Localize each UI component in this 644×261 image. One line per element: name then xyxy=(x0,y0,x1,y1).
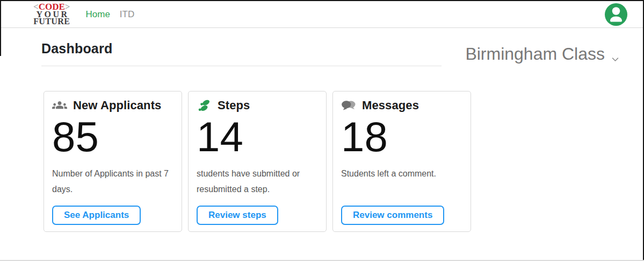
card-title: New Applicants xyxy=(73,98,161,112)
nav-link-itd[interactable]: ITD xyxy=(120,9,134,20)
nav-link-home[interactable]: Home xyxy=(86,9,110,20)
class-selector-dropdown[interactable]: Birmingham Class xyxy=(465,42,619,66)
card-value: 85 xyxy=(52,115,173,159)
page-title: Dashboard xyxy=(41,41,442,57)
card-steps: Steps 14 students have submitted or resu… xyxy=(188,91,327,232)
card-head: Steps xyxy=(197,98,318,112)
card-new-applicants: New Applicants 85 Number of Applicants i… xyxy=(44,91,182,232)
review-comments-button[interactable]: Review comments xyxy=(341,206,444,225)
user-avatar-icon[interactable] xyxy=(604,3,628,26)
review-steps-button[interactable]: Review steps xyxy=(197,206,278,225)
people-group-icon xyxy=(52,100,67,111)
logo-word-future: FUTURE xyxy=(33,18,70,25)
nav-links: Home ITD xyxy=(86,9,135,20)
card-description: Number of Applicants in past 7 days. xyxy=(52,166,173,197)
card-value: 18 xyxy=(341,115,462,159)
card-messages: Messages 18 Students left a comment. Rev… xyxy=(332,91,471,232)
card-head: New Applicants xyxy=(52,98,173,112)
chevron-down-icon xyxy=(612,46,619,66)
see-applicants-button[interactable]: See Applicants xyxy=(52,206,141,225)
stats-cards-row: New Applicants 85 Number of Applicants i… xyxy=(44,91,619,232)
card-title: Messages xyxy=(362,98,419,112)
class-selector-label: Birmingham Class xyxy=(465,44,605,64)
card-head: Messages xyxy=(341,98,462,112)
footsteps-icon xyxy=(197,99,212,112)
window-edge-top xyxy=(0,0,644,1)
window-edge-left xyxy=(0,0,1,56)
navbar: <CODE> YOUR FUTURE Home ITD xyxy=(0,0,644,28)
chat-bubbles-icon xyxy=(341,100,356,111)
card-title: Steps xyxy=(218,98,250,112)
title-divider xyxy=(41,66,442,66)
card-button-row: Review comments xyxy=(341,206,462,225)
card-description: students have submitted or resubmitted a… xyxy=(197,166,318,197)
card-value: 14 xyxy=(197,115,318,159)
card-button-row: Review steps xyxy=(197,206,318,225)
card-description: Students left a comment. xyxy=(341,166,462,182)
code-your-future-logo[interactable]: <CODE> YOUR FUTURE xyxy=(33,3,70,25)
header-left: Dashboard xyxy=(41,41,442,66)
card-button-row: See Applicants xyxy=(52,206,173,225)
header-row: Dashboard Birmingham Class xyxy=(41,41,619,66)
main-content: Dashboard Birmingham Class New Applicant… xyxy=(0,28,644,232)
